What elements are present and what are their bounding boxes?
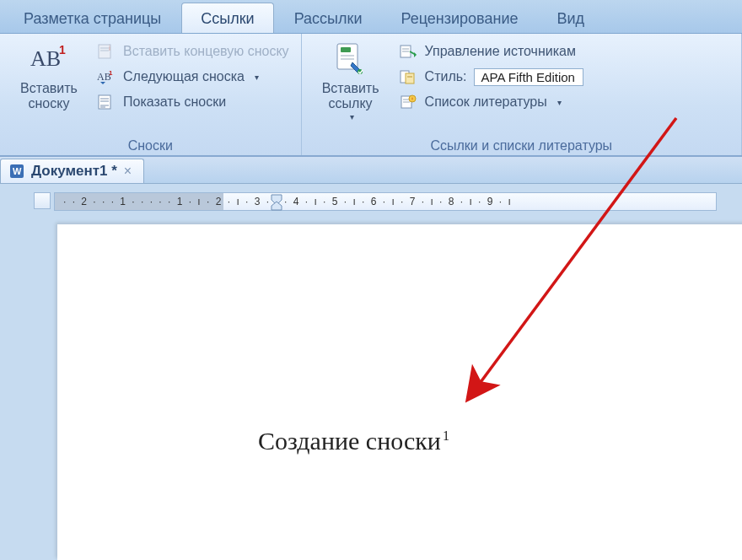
svg-text:AB: AB [30,46,61,71]
insert-footnote-button[interactable]: AB 1 Вставить сноску [7,37,91,113]
style-dropdown[interactable]: APA Fifth Edition [474,68,583,86]
manage-sources-icon [398,42,418,61]
svg-text:1: 1 [109,69,113,77]
bibliography-icon [398,93,418,111]
document-workspace: · · 2 · · · 1 · · · · · 1 · ı · 2 · ı · … [0,184,742,560]
ribbon: AB 1 Вставить сноску i [0,34,742,157]
insert-citation-icon [332,40,369,78]
ribbon-group-citations: Вставить ссылку ▾ [302,34,742,155]
chevron-down-icon: ▾ [557,98,562,107]
insert-endnote-button[interactable]: i Вставить концевую сноску [91,40,294,62]
bibliography-button[interactable]: Список литературы ▾ [393,91,589,113]
insert-endnote-label: Вставить концевую сноску [123,44,289,59]
document-body-text[interactable]: Создание сноски1 [258,427,449,455]
close-icon[interactable]: × [124,164,132,179]
show-notes-icon [96,93,116,111]
ribbon-tabs: Разметка страницы Ссылки Рассылки Реценз… [0,0,742,34]
tab-mailings[interactable]: Рассылки [276,3,381,33]
document-tab-label: Документ1 * [31,163,117,180]
tab-view[interactable]: Вид [538,3,603,33]
manage-sources-button[interactable]: Управление источникам [393,40,589,62]
citations-group-title: Ссылки и списки литературы [302,138,741,153]
bibliography-label: Список литературы [425,94,547,110]
footnotes-group-title: Сноски [0,138,301,153]
citation-style-row: Стиль: APA Fifth Edition [393,66,589,88]
tab-page-layout[interactable]: Разметка страницы [5,3,180,33]
insert-citation-label: Вставить ссылку [322,81,379,112]
svg-text:i: i [109,44,110,52]
next-footnote-icon: AB 1 [96,67,116,86]
document-tab[interactable]: W Документ1 * × [0,159,144,183]
next-footnote-label: Следующая сноска [123,69,245,84]
endnote-icon: i [96,42,116,61]
show-notes-label: Показать сноски [123,94,226,110]
document-tab-bar: W Документ1 * × [0,157,742,184]
horizontal-ruler[interactable]: · · 2 · · · 1 · · · · · 1 · ı · 2 · ı · … [54,192,717,211]
insert-citation-button[interactable]: Вставить ссылку ▾ [309,37,393,121]
footnote-ab-icon: AB 1 [30,40,67,78]
ruler-indent-marker[interactable] [271,193,286,214]
svg-rect-14 [341,47,351,52]
tab-references[interactable]: Ссылки [181,3,273,33]
ruler-ticks: · · 2 · · · 1 · · · · · 1 · ı · 2 · ı · … [55,193,716,210]
ribbon-group-footnotes: AB 1 Вставить сноску i [0,34,302,155]
chevron-down-icon: ▾ [350,112,354,122]
footnote-reference-mark: 1 [443,428,449,443]
insert-footnote-label: Вставить сноску [20,81,78,112]
svg-text:W: W [13,166,22,176]
ruler-corner-button[interactable] [34,192,51,209]
word-doc-icon: W [9,164,24,179]
next-footnote-button[interactable]: AB 1 Следующая сноска ▾ [91,66,294,88]
tab-review[interactable]: Рецензирование [382,3,536,33]
style-label: Стиль: [425,69,467,84]
style-icon [398,67,418,86]
show-notes-button[interactable]: Показать сноски [91,91,294,113]
manage-sources-label: Управление источникам [425,44,576,59]
document-page[interactable]: Создание сноски1 [57,224,742,560]
svg-rect-22 [406,73,414,83]
svg-text:1: 1 [59,43,66,57]
body-text: Создание сноски [258,427,441,455]
chevron-down-icon: ▾ [255,73,259,82]
